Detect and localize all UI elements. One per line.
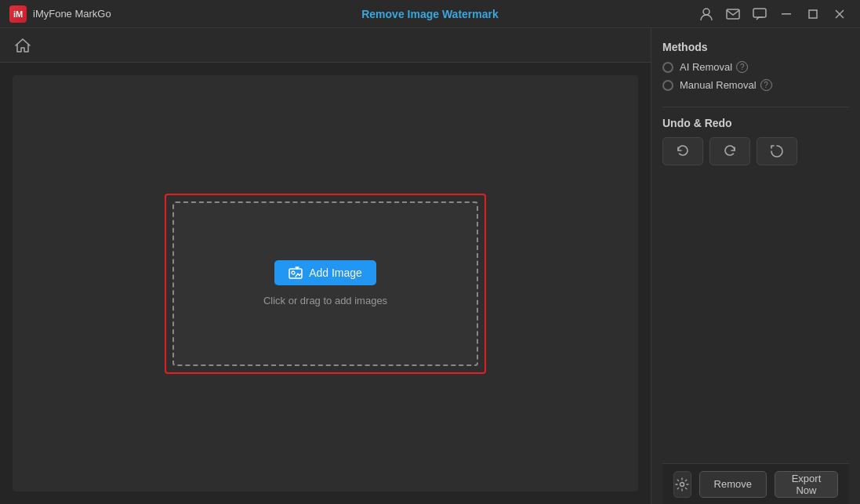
- right-panel: Methods AI Removal ? Manual Removal ? Un…: [651, 28, 860, 504]
- close-btn[interactable]: [829, 3, 851, 25]
- mail-icon-btn[interactable]: [722, 3, 744, 25]
- svg-rect-3: [782, 13, 791, 15]
- app-title: iMyFone MarkGo: [33, 8, 111, 20]
- undo-redo-title: Undo & Redo: [662, 117, 849, 129]
- add-image-label: Add Image: [309, 267, 362, 279]
- drop-hint: Click or drag to add images: [263, 295, 387, 306]
- undo-redo-buttons: [662, 137, 849, 165]
- drop-zone-outer[interactable]: Add Image Click or drag to add images: [165, 194, 486, 374]
- redo-button[interactable]: [709, 137, 750, 165]
- home-button[interactable]: [11, 34, 34, 57]
- svg-rect-1: [727, 9, 739, 19]
- svg-rect-2: [753, 9, 766, 17]
- spacer: [662, 165, 849, 463]
- ai-removal-help-icon[interactable]: ?: [736, 61, 748, 73]
- export-now-button[interactable]: Export Now: [775, 471, 838, 498]
- undo-button[interactable]: [662, 137, 703, 165]
- ai-removal-label: AI Removal ?: [680, 61, 748, 73]
- svg-rect-4: [809, 10, 817, 18]
- nav-bar: [0, 28, 651, 63]
- manual-removal-help-icon[interactable]: ?: [760, 79, 772, 91]
- reset-button[interactable]: [757, 137, 797, 165]
- titlebar-left: iM iMyFone MarkGo: [9, 5, 111, 23]
- page-title: Remove Image Watermark: [361, 8, 499, 20]
- divider: [662, 107, 849, 107]
- methods-title: Methods: [662, 41, 849, 53]
- canvas-area: Add Image Click or drag to add images: [13, 75, 638, 491]
- remove-button[interactable]: Remove: [699, 471, 767, 498]
- drop-zone-inner[interactable]: Add Image Click or drag to add images: [172, 201, 478, 366]
- user-icon-btn[interactable]: [695, 3, 717, 25]
- app-logo: iM: [9, 5, 27, 23]
- minimize-btn[interactable]: [775, 3, 797, 25]
- speech-icon-btn[interactable]: [749, 3, 771, 25]
- method-radio-group: AI Removal ? Manual Removal ?: [662, 61, 849, 91]
- manual-removal-label: Manual Removal ?: [680, 79, 772, 91]
- settings-button[interactable]: [673, 471, 691, 498]
- svg-point-8: [292, 271, 295, 274]
- svg-point-9: [680, 482, 684, 486]
- ai-removal-option[interactable]: AI Removal ?: [662, 61, 849, 73]
- left-section: Add Image Click or drag to add images: [0, 28, 651, 504]
- svg-point-0: [703, 9, 709, 15]
- titlebar: iM iMyFone MarkGo Remove Image Watermark: [0, 0, 860, 28]
- restore-btn[interactable]: [802, 3, 824, 25]
- manual-removal-radio[interactable]: [662, 80, 673, 91]
- bottom-bar: Remove Export Now: [662, 463, 849, 504]
- titlebar-controls: [695, 3, 851, 25]
- main-layout: Add Image Click or drag to add images Me…: [0, 28, 860, 504]
- ai-removal-radio[interactable]: [662, 62, 673, 73]
- manual-removal-option[interactable]: Manual Removal ?: [662, 79, 849, 91]
- add-image-button[interactable]: Add Image: [274, 260, 376, 285]
